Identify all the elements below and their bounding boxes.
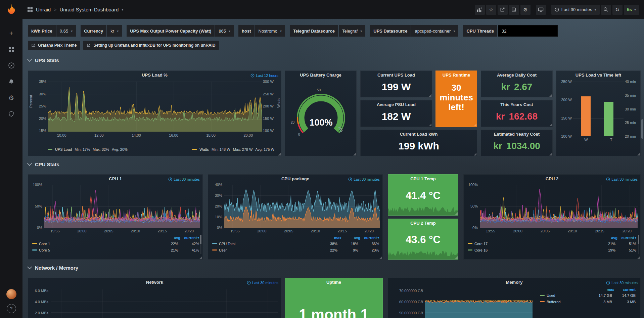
legend-header[interactable]: avg [599, 236, 617, 240]
series-name[interactable]: Core 17 [474, 242, 488, 246]
legend-header-row: max current [540, 287, 636, 292]
section-cpu-stats[interactable]: CPU Stats [28, 162, 59, 167]
link-grafana-plex-theme[interactable]: Grafana Plex Theme [28, 41, 80, 50]
explore-compass-icon[interactable] [0, 59, 22, 72]
chart-legend: max avg current▾ CPU Total 38% 18% 36% U… [212, 235, 379, 253]
cpu2-chart[interactable] [480, 185, 638, 228]
section-network-memory[interactable]: Network / Memory [28, 265, 78, 271]
legend-header[interactable]: max [323, 236, 341, 240]
legend-scrollbar[interactable] [200, 235, 201, 254]
series-name[interactable]: Watts [199, 147, 209, 151]
legend-header[interactable]: current▾ [360, 236, 379, 240]
alerting-bell-icon[interactable] [0, 75, 22, 88]
series-name[interactable]: UPS Load [55, 147, 72, 151]
network-chart[interactable] [51, 289, 278, 318]
legend-header[interactable]: avg [162, 236, 180, 240]
cpu1-chart[interactable] [44, 185, 200, 228]
help-icon[interactable]: ? [7, 304, 16, 313]
section-ups-stats[interactable]: UPS Stats [28, 57, 59, 63]
legend-header[interactable]: current▾ [617, 236, 636, 240]
add-panel-button[interactable] [475, 5, 485, 15]
star-button[interactable]: ☆ [486, 5, 496, 15]
y-axis-title-right: Watts [277, 98, 281, 108]
zoom-out-button[interactable] [601, 5, 611, 15]
add-panel-icon [477, 7, 482, 12]
legend-header[interactable]: current▾ [180, 236, 199, 240]
series-name[interactable]: User [219, 248, 227, 252]
legend-row: Used 14.7 GB 14.7 GB [540, 292, 636, 299]
panel-this-years-cost: This Years Cost kr162.68 [481, 100, 553, 127]
caret-down-icon: ▾ [360, 29, 362, 33]
series-name[interactable]: Core 1 [39, 242, 50, 246]
breadcrumb-page[interactable]: Unraid System Dashboard [59, 7, 119, 12]
legend-scrollbar[interactable] [638, 235, 639, 254]
panel-title[interactable]: Estimated Yearly Cost [481, 132, 552, 137]
series-name[interactable]: Core 5 [39, 248, 50, 252]
refresh-button[interactable]: ↻ [612, 5, 623, 15]
panel-title[interactable]: CPU 2 Temp [388, 221, 458, 226]
variable-value-dropdown[interactable]: Nostromo▾ [255, 25, 285, 37]
y-axis-title-left: Percent [29, 95, 33, 108]
create-plus-icon[interactable]: + [0, 27, 22, 40]
cpu-threads-input[interactable]: 32 [498, 25, 558, 37]
time-picker-button[interactable]: Last 30 minutes ▾ [551, 5, 600, 15]
panel-ups-runtime: UPS Runtime 30 minutes left! [435, 71, 477, 127]
link-ups-monitoring-guide[interactable]: Setting up Grafana and InfluxDB for UPS … [83, 41, 219, 50]
dashboards-icon[interactable] [0, 43, 22, 56]
temp-sparkline [388, 204, 458, 215]
bell-icon [8, 79, 14, 85]
grafana-logo[interactable] [0, 0, 22, 19]
share-button[interactable] [498, 5, 508, 15]
legend-header[interactable]: current [614, 287, 636, 291]
panel-title[interactable]: Network [28, 280, 281, 285]
panel-title[interactable]: Average PSU Load [361, 102, 432, 107]
variable-value-dropdown[interactable]: 0.65▾ [56, 25, 76, 37]
panel-title[interactable]: Current UPS Load [361, 73, 432, 78]
variable-value-dropdown[interactable]: 865▾ [215, 25, 234, 37]
series-name[interactable]: Core 16 [474, 248, 488, 252]
breadcrumb-app[interactable]: Unraid [36, 7, 51, 12]
refresh-interval-button[interactable]: 5s ▾ [624, 5, 640, 15]
variable-value-dropdown[interactable]: Telegraf▾ [339, 25, 365, 37]
variable-label: Telegraf Datasource [290, 25, 338, 37]
variable-value-dropdown[interactable]: kr▾ [107, 25, 122, 37]
series-current: 42% [180, 242, 199, 246]
ups-load-chart[interactable] [48, 82, 262, 132]
series-name[interactable]: Used [547, 293, 555, 298]
cpu-package-chart[interactable] [224, 185, 380, 228]
chevron-down-icon[interactable]: ▾ [122, 8, 123, 11]
panel-cpu2-temp: CPU 2 Temp 43.6 °C [388, 219, 458, 260]
user-avatar[interactable] [6, 289, 16, 299]
configuration-gear-icon[interactable]: ⚙ [0, 91, 22, 104]
series-color-dash [468, 249, 472, 251]
panel-title[interactable]: UPS Battery Charge [285, 73, 356, 78]
panel-title[interactable]: Current Load kWh [361, 132, 477, 137]
variable-value-dropdown[interactable]: apcupsd-container▾ [411, 25, 458, 37]
legend-header[interactable]: max [593, 287, 614, 291]
panel-title[interactable]: UPS Load vs Time left [556, 73, 640, 78]
server-admin-shield-icon[interactable] [0, 107, 22, 121]
series-color-dash [192, 149, 197, 150]
panel-title[interactable]: This Years Cost [481, 102, 552, 107]
panel-title[interactable]: Memory [388, 280, 640, 285]
refresh-icon: ↻ [615, 7, 619, 13]
series-name[interactable]: CPU Total [219, 242, 235, 246]
page-scrollbar-thumb[interactable] [641, 119, 643, 139]
save-button[interactable] [509, 5, 519, 15]
panel-title[interactable]: UPS Load % [28, 73, 281, 78]
series-max: Max: 278 W [233, 147, 253, 151]
clock-icon [168, 177, 172, 181]
grid-squares-icon [8, 46, 14, 52]
compass-icon [8, 62, 15, 69]
memory-chart[interactable] [425, 289, 533, 318]
dashboard-settings-button[interactable]: ⚙ [520, 5, 531, 15]
legend-header[interactable]: avg [341, 236, 360, 240]
panel-title[interactable]: UPS Runtime [436, 73, 477, 78]
star-icon: ☆ [489, 7, 493, 13]
panel-title[interactable]: Uptime [285, 280, 382, 285]
y-axis-labels: 100%50%0% [466, 183, 478, 230]
series-name[interactable]: Buffered [547, 300, 560, 304]
panel-title[interactable]: CPU 1 Temp [388, 176, 458, 181]
cycle-view-button[interactable] [536, 5, 546, 15]
panel-title[interactable]: Average Daily Cost [481, 73, 552, 78]
